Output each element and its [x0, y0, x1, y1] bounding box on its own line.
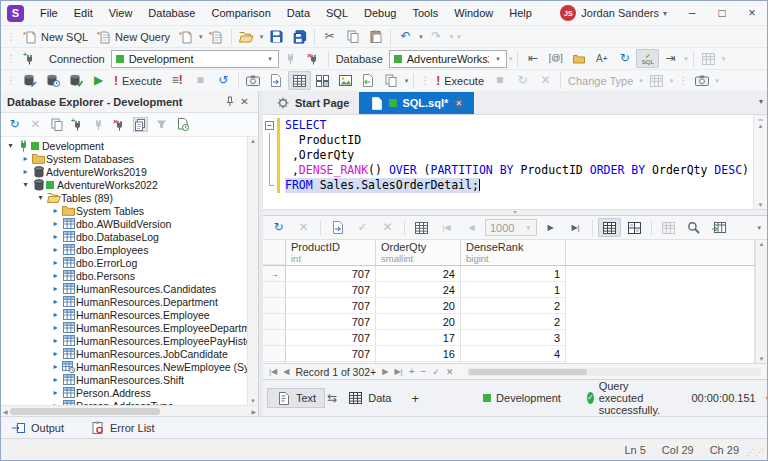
tree-item[interactable]: ▾AdventureWorks2022: [1, 178, 247, 191]
toolbar-grip[interactable]: ⋮: [3, 75, 18, 86]
tree-item[interactable]: ▸dbo.Employees: [1, 243, 247, 256]
grid-cell[interactable]: 707: [286, 330, 376, 346]
set-parameters-button[interactable]: ⇤: [521, 49, 544, 68]
type-options-button[interactable]: [645, 71, 668, 90]
row-selector[interactable]: [263, 362, 286, 363]
refresh-intellisense-button[interactable]: ↻: [613, 49, 636, 68]
collapse-icon[interactable]: ▾: [5, 141, 16, 150]
copy-button[interactable]: [341, 27, 364, 46]
undo-button[interactable]: ↶: [394, 27, 417, 46]
grid-view-button[interactable]: [598, 218, 621, 237]
expand-icon[interactable]: ▸: [50, 258, 61, 267]
resize-grip[interactable]: ⋰⋰: [746, 448, 764, 457]
format-caret-icon[interactable]: ▾: [682, 55, 690, 63]
layout-button[interactable]: [697, 49, 720, 68]
stop-grid-button[interactable]: ✕: [292, 218, 315, 237]
format-button[interactable]: A+: [590, 49, 613, 68]
expand-icon[interactable]: ▸: [50, 362, 61, 371]
grid-cell[interactable]: 707: [286, 266, 376, 282]
grid-cell[interactable]: 20: [376, 298, 461, 314]
tab-error-list[interactable]: Error List: [90, 420, 155, 435]
tab-start-page[interactable]: Start Page: [265, 92, 359, 114]
tree-item[interactable]: ▸HumanResources.JobCandidate: [1, 347, 247, 360]
grid-row[interactable]: →707241: [263, 266, 755, 282]
tab-output[interactable]: Output: [11, 420, 64, 435]
tree-item[interactable]: ▸HumanResources.EmployeeDepartmentHistor…: [1, 321, 247, 334]
code-line[interactable]: −SELECT: [263, 118, 753, 133]
refresh-results-button[interactable]: ↻: [511, 71, 534, 90]
menu-comparison[interactable]: Comparison: [203, 4, 278, 22]
query-history-button[interactable]: ↺: [212, 71, 235, 90]
expand-icon[interactable]: ▸: [20, 154, 31, 163]
expand-icon[interactable]: ▸: [50, 375, 61, 384]
execute-options-button[interactable]: ≡!: [166, 71, 189, 90]
page-size-select[interactable]: 1000▾: [485, 219, 537, 236]
grid-row[interactable]: 707164: [263, 362, 755, 363]
minimize-button[interactable]: –: [677, 4, 707, 22]
toolbar-grip[interactable]: ⋮: [3, 31, 18, 42]
maximize-button[interactable]: □: [707, 4, 737, 22]
snippets-button[interactable]: [567, 49, 590, 68]
sql-syntax-check-button[interactable]: ✓SQL: [636, 49, 659, 68]
grid-cell[interactable]: 707: [286, 314, 376, 330]
close-button[interactable]: ×: [737, 4, 767, 22]
code-line[interactable]: ProductID: [263, 133, 753, 148]
prev-page-button[interactable]: ◀: [460, 218, 483, 237]
new-sql-button[interactable]: *New SQL: [18, 27, 92, 46]
user-name[interactable]: Jordan Sanders: [581, 7, 659, 19]
tree-item[interactable]: ▸dbo.AWBuildVersion: [1, 217, 247, 230]
row-selector[interactable]: [263, 346, 286, 362]
macros-button[interactable]: [@]: [544, 49, 567, 68]
tree-item[interactable]: ▸dbo.Persons: [1, 269, 247, 282]
code-line[interactable]: FROM Sales.SalesOrderDetail;: [263, 178, 753, 193]
tree-horizontal-scrollbar[interactable]: ◀▶: [1, 405, 258, 416]
new-document-button[interactable]: *: [174, 27, 197, 46]
user-avatar[interactable]: JS: [560, 5, 576, 21]
expand-icon[interactable]: ▸: [50, 349, 61, 358]
redo-caret-icon[interactable]: ▾: [448, 33, 456, 41]
next-record-icon[interactable]: ▶: [382, 367, 388, 376]
swap-view-icon[interactable]: ⇆: [327, 391, 337, 406]
type-options-caret-icon[interactable]: ▾: [668, 77, 676, 85]
delete-record-icon[interactable]: −: [420, 366, 426, 377]
column-view-button[interactable]: [657, 218, 680, 237]
grid-cell[interactable]: 707: [286, 298, 376, 314]
grid-row[interactable]: 707202: [263, 298, 755, 314]
column-header-productid[interactable]: ProductIDint: [286, 240, 376, 265]
tab-sql-file[interactable]: SQL.sql* ✕: [359, 92, 474, 114]
apply-button[interactable]: ✓: [351, 218, 374, 237]
grid-row[interactable]: 707202: [263, 314, 755, 330]
layout-caret-icon[interactable]: ▾: [720, 55, 728, 63]
app-logo-icon[interactable]: S: [7, 5, 24, 22]
collapse-icon[interactable]: ▾: [35, 193, 46, 202]
tree-item[interactable]: ▸HumanResources.Candidates: [1, 282, 247, 295]
refresh-tree-icon[interactable]: ↻: [7, 117, 22, 132]
expand-icon[interactable]: ▸: [50, 271, 61, 280]
expand-icon[interactable]: ▸: [50, 206, 61, 215]
execute2-button[interactable]: !Execute: [432, 72, 488, 90]
format-options-button[interactable]: ⇥: [659, 49, 682, 68]
expand-icon[interactable]: ▸: [50, 401, 61, 405]
group-documents-icon[interactable]: [133, 117, 148, 132]
pin-result-button[interactable]: [357, 71, 380, 90]
add-view-button[interactable]: +: [403, 388, 429, 408]
new-connection-plug-icon[interactable]: +: [70, 117, 85, 132]
grid-cell[interactable]: 2: [461, 314, 566, 330]
open-file-button[interactable]: [235, 27, 258, 46]
execute-button[interactable]: !Execute: [110, 72, 166, 90]
revert-button[interactable]: ✕: [376, 218, 399, 237]
card-view-button[interactable]: [623, 218, 646, 237]
toolbar-grip[interactable]: ⋮: [3, 53, 18, 64]
grid-cell[interactable]: 24: [376, 266, 461, 282]
disconnect-plug2-icon[interactable]: ×: [112, 117, 127, 132]
expand-icon[interactable]: ▸: [50, 284, 61, 293]
stop-refresh-icon[interactable]: ✕: [28, 117, 43, 132]
tree-vertical-scrollbar[interactable]: ▲▼: [247, 137, 258, 405]
row-selector[interactable]: [263, 282, 286, 298]
menu-tools[interactable]: Tools: [404, 4, 446, 22]
db-edit-button[interactable]: [18, 71, 41, 90]
current-row-arrow-icon[interactable]: →: [263, 266, 286, 282]
pin-icon[interactable]: [222, 94, 237, 109]
grid-cell[interactable]: 4: [461, 346, 566, 362]
history-doc-icon[interactable]: [175, 117, 190, 132]
